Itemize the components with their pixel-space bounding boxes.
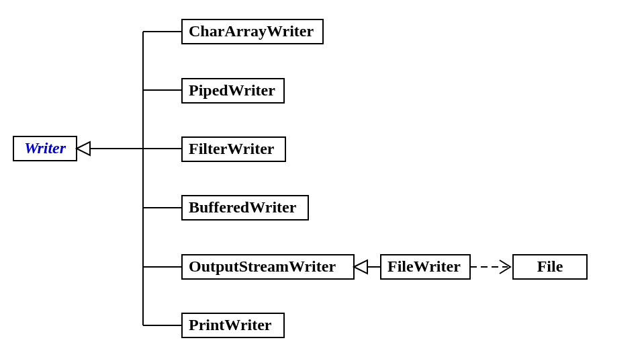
class-pipedwriter-label: PipedWriter — [189, 81, 275, 99]
class-bufferedwriter-label: BufferedWriter — [189, 198, 297, 216]
class-filewriter: FileWriter — [381, 255, 470, 279]
class-filterwriter: FilterWriter — [182, 137, 285, 161]
class-pipedwriter: PipedWriter — [182, 79, 284, 103]
generalization-arrowhead-filewriter — [354, 260, 367, 274]
uml-diagram: Writer CharArrayWriter PipedWriter Filte… — [0, 0, 644, 359]
class-bufferedwriter: BufferedWriter — [182, 196, 308, 220]
class-filterwriter-label: FilterWriter — [189, 140, 275, 157]
class-filewriter-label: FileWriter — [387, 257, 461, 275]
class-writer-label: Writer — [24, 139, 66, 157]
class-chararraywriter-label: CharArrayWriter — [189, 22, 314, 40]
class-writer: Writer — [13, 136, 77, 161]
class-printwriter: PrintWriter — [182, 313, 284, 337]
class-chararraywriter: CharArrayWriter — [182, 19, 323, 44]
class-outputstreamwriter: OutputStreamWriter — [182, 255, 354, 279]
class-file-label: File — [537, 257, 563, 275]
class-file: File — [513, 255, 587, 279]
class-outputstreamwriter-label: OutputStreamWriter — [189, 257, 336, 275]
class-printwriter-label: PrintWriter — [189, 316, 272, 333]
generalization-arrowhead — [77, 142, 90, 155]
